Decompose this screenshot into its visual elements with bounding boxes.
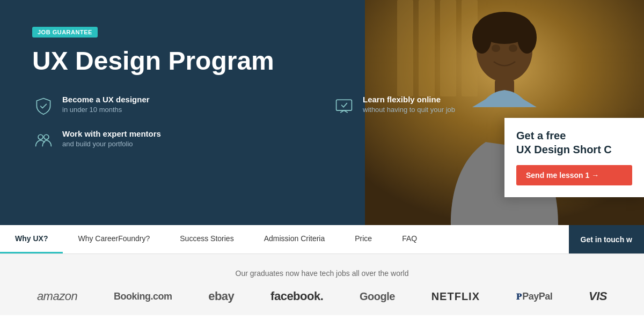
free-course-card: Get a freeUX Design Short C Send me less…	[504, 118, 644, 197]
booking-logo: Booking.com	[114, 291, 172, 302]
nav-bar: Why UX? Why CareerFoundry? Success Stori…	[0, 225, 644, 254]
svg-rect-0	[336, 100, 352, 110]
feature-become-designer: Become a UX designer in under 10 months	[32, 95, 311, 117]
free-course-heading: Get a freeUX Design Short C	[516, 129, 632, 156]
feature-expert-mentors: Work with expert mentors and build your …	[32, 129, 311, 152]
nav-item-success-stories[interactable]: Success Stories	[165, 225, 248, 253]
nav-item-price[interactable]: Price	[340, 225, 387, 253]
feature-become-designer-text: Become a UX designer in under 10 months	[62, 95, 150, 114]
paypal-logo: 𝐏PayPal	[516, 291, 553, 302]
monitor-icon	[333, 95, 355, 117]
hero-title: UX Design Program	[32, 47, 612, 76]
hero-section: JOB GUARANTEE UX Design Program Become a…	[0, 0, 644, 225]
feature-subtext: in under 10 months	[62, 106, 150, 114]
svg-point-2	[44, 135, 49, 139]
amazon-logo: amazon	[37, 289, 77, 303]
job-guarantee-badge: JOB GUARANTEE	[32, 27, 98, 38]
nav-item-why-careerfoundry[interactable]: Why CareerFoundry?	[63, 225, 165, 253]
nav-item-faq[interactable]: FAQ	[387, 225, 432, 253]
shield-icon	[32, 95, 55, 117]
feature-learn-online-text: Learn flexibly online without having to …	[363, 95, 455, 114]
nav-cta-button[interactable]: Get in touch w	[569, 225, 644, 253]
feature-subtext-2: without having to quit your job	[363, 106, 455, 114]
logos-row: amazon Booking.com ebay facebook. Google…	[21, 289, 623, 303]
people-icon	[32, 129, 55, 152]
feature-mentors-text: Work with expert mentors and build your …	[62, 129, 161, 148]
feature-heading: Become a UX designer	[62, 95, 150, 104]
feature-heading-3: Work with expert mentors	[62, 129, 161, 138]
svg-point-1	[38, 135, 43, 139]
feature-heading-2: Learn flexibly online	[363, 95, 455, 104]
ebay-logo: ebay	[208, 289, 234, 303]
nav-item-admission[interactable]: Admission Criteria	[249, 225, 340, 253]
netflix-logo: NETFLIX	[431, 290, 480, 303]
facebook-logo: facebook.	[270, 289, 323, 303]
feature-subtext-3: and build your portfolio	[62, 140, 161, 148]
google-logo: Google	[360, 290, 395, 303]
feature-learn-online: Learn flexibly online without having to …	[333, 95, 612, 117]
nav-item-why-ux[interactable]: Why UX?	[0, 225, 63, 253]
logos-tagline: Our graduates now have tech jobs all ove…	[21, 269, 623, 278]
nav-items: Why UX? Why CareerFoundry? Success Stori…	[0, 225, 569, 253]
send-lesson-button[interactable]: Send me lesson 1 →	[516, 165, 632, 185]
visa-logo: VIS	[589, 289, 607, 303]
logos-section: Our graduates now have tech jobs all ove…	[0, 254, 644, 315]
